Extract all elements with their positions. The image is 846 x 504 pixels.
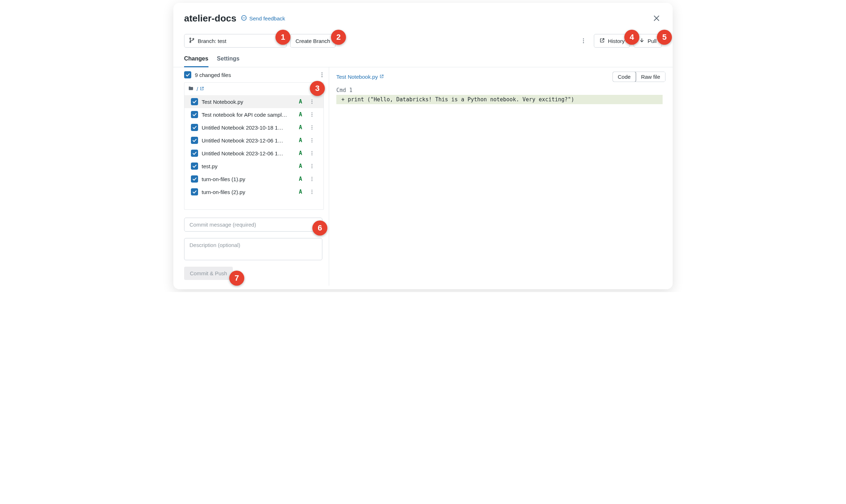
file-row[interactable]: turn-on-files (2).pyA: [184, 185, 323, 198]
tab-changes[interactable]: Changes: [184, 52, 208, 67]
close-button[interactable]: [651, 13, 662, 24]
svg-point-9: [583, 38, 584, 39]
tab-bar: Changes Settings: [173, 52, 673, 67]
file-checkbox[interactable]: [191, 188, 198, 195]
kebab-icon: [309, 100, 315, 106]
external-link-icon: [599, 38, 605, 44]
callout-6: 6: [312, 220, 327, 236]
file-row-overflow-button[interactable]: [307, 175, 317, 183]
file-row-overflow-button[interactable]: [307, 137, 317, 144]
commit-description-input[interactable]: [184, 238, 322, 260]
file-name: Untitled Notebook 2023-10-18 1…: [202, 125, 294, 131]
file-row[interactable]: Untitled Notebook 2023-10-18 1…A: [184, 121, 323, 134]
file-row-overflow-button[interactable]: [307, 98, 317, 105]
kebab-icon: [309, 126, 315, 131]
create-branch-label: Create Branch: [295, 38, 330, 44]
diff-header: Test Notebook.py Code Raw file: [336, 72, 665, 82]
file-row[interactable]: Untitled Notebook 2023-12-06 1…A: [184, 134, 323, 147]
branch-selector[interactable]: Branch: test: [184, 34, 287, 48]
feedback-label: Send feedback: [249, 15, 285, 21]
svg-point-7: [190, 42, 191, 43]
file-name: turn-on-files (1).py: [202, 176, 294, 182]
svg-point-33: [312, 168, 312, 168]
diff-added-line: + print ("Hello, Databricks! This is a P…: [336, 95, 665, 104]
file-checkbox[interactable]: [191, 98, 198, 105]
toolbar-overflow-button[interactable]: [577, 35, 590, 46]
commit-push-button[interactable]: Commit & Push: [184, 267, 233, 280]
svg-point-30: [312, 155, 312, 155]
svg-point-26: [312, 140, 312, 141]
file-checkbox[interactable]: [191, 137, 198, 144]
git-modal: atelier-docs Send feedback Branch: test …: [173, 3, 673, 289]
callout-7: 7: [229, 271, 244, 286]
file-row-overflow-button[interactable]: [307, 163, 317, 170]
svg-point-3: [245, 18, 245, 18]
changes-panel: 9 changed files /: [173, 67, 329, 286]
file-status-badge: A: [298, 163, 303, 169]
select-all-checkbox[interactable]: [184, 71, 191, 78]
callout-4: 4: [624, 30, 639, 45]
svg-point-20: [312, 114, 312, 115]
file-checkbox[interactable]: [191, 163, 198, 170]
root-path-label: /: [197, 86, 198, 92]
file-row-overflow-button[interactable]: [307, 124, 317, 131]
svg-point-21: [312, 116, 312, 117]
svg-point-32: [312, 166, 312, 166]
callout-5: 5: [657, 30, 672, 45]
chat-icon: [241, 15, 247, 22]
file-row[interactable]: Test Notebook.pyA: [184, 95, 323, 108]
svg-point-10: [583, 40, 584, 42]
file-status-badge: A: [298, 176, 303, 182]
svg-point-23: [312, 127, 312, 128]
file-row[interactable]: Test notebook for API code sampl…A: [184, 108, 323, 121]
file-checkbox[interactable]: [191, 150, 198, 157]
commit-area: Commit & Push: [173, 211, 329, 280]
svg-point-13: [322, 72, 323, 73]
tab-settings[interactable]: Settings: [217, 52, 240, 67]
file-status-badge: A: [298, 137, 303, 144]
file-checkbox[interactable]: [191, 124, 198, 131]
kebab-icon: [309, 190, 315, 196]
svg-point-8: [193, 38, 194, 39]
callout-3: 3: [310, 81, 325, 96]
svg-point-6: [190, 38, 191, 39]
kebab-icon: [309, 113, 315, 118]
diff-view-raw[interactable]: Raw file: [636, 72, 665, 82]
file-row-overflow-button[interactable]: [307, 111, 317, 118]
svg-point-18: [312, 103, 312, 104]
pull-label: Pull: [648, 38, 657, 44]
file-row[interactable]: test.pyA: [184, 160, 323, 173]
folder-icon: [188, 86, 194, 92]
file-row[interactable]: Untitled Notebook 2023-12-06 1…A: [184, 147, 323, 160]
kebab-icon: [580, 40, 587, 45]
svg-point-11: [583, 42, 584, 43]
kebab-icon: [309, 139, 315, 144]
svg-point-34: [312, 177, 312, 178]
file-row-overflow-button[interactable]: [307, 188, 317, 195]
close-icon: [653, 18, 660, 23]
modal-body: 9 changed files /: [173, 67, 673, 286]
repo-title: atelier-docs: [184, 13, 236, 24]
file-status-badge: A: [298, 98, 303, 105]
diff-view-code[interactable]: Code: [612, 72, 636, 82]
file-checkbox[interactable]: [191, 175, 198, 183]
svg-point-24: [312, 129, 312, 130]
file-status-badge: A: [298, 189, 303, 195]
callout-2: 2: [331, 30, 346, 45]
file-row[interactable]: turn-on-files (1).pyA: [184, 173, 323, 185]
diff-panel: Test Notebook.py Code Raw file Cmd 1 + p…: [329, 67, 673, 286]
svg-point-35: [312, 179, 312, 179]
commit-message-input[interactable]: [184, 218, 322, 232]
changed-files-count: 9 changed files: [195, 72, 313, 78]
file-list[interactable]: / Test Notebook.pyATest notebook for API…: [184, 83, 323, 209]
root-folder-link[interactable]: /: [197, 86, 204, 92]
send-feedback-link[interactable]: Send feedback: [241, 15, 285, 22]
changes-overflow-button[interactable]: [317, 71, 327, 79]
diff-file-link[interactable]: Test Notebook.py: [336, 74, 384, 80]
file-checkbox[interactable]: [191, 111, 198, 118]
file-name: turn-on-files (2).py: [202, 189, 294, 195]
create-branch-button[interactable]: Create Branch: [290, 34, 336, 48]
file-row-overflow-button[interactable]: [307, 150, 317, 157]
diff-cmd-label: Cmd 1: [336, 87, 665, 95]
kebab-icon: [319, 74, 325, 79]
